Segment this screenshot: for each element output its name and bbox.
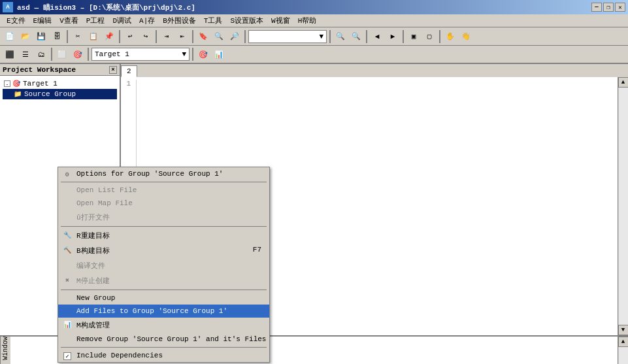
out-scroll-track[interactable] (619, 347, 628, 364)
copy-btn[interactable]: 📋 (86, 29, 101, 44)
ctx-options-group[interactable]: ⚙ Options for Group 'Source Group 1' (58, 167, 269, 180)
scroll-down-btn[interactable]: ▼ (618, 325, 629, 335)
outdent-btn[interactable]: ⇤ (175, 29, 190, 44)
context-menu: ⚙ Options for Group 'Source Group 1' Ope… (58, 167, 270, 363)
tree-target-label: Target 1 (23, 80, 58, 88)
view2-btn[interactable]: ▢ (422, 29, 437, 44)
ctx-rebuild-label: R重建目标 (76, 232, 110, 240)
ctx-build-shortcut: F7 (253, 246, 261, 254)
out-scroll-up[interactable]: ▲ (618, 337, 629, 347)
code-tab-2[interactable]: 2 (121, 65, 137, 77)
menu-window[interactable]: W视窗 (267, 14, 294, 27)
menu-help[interactable]: H帮助 (294, 14, 321, 27)
output-window-label: Output Window (0, 337, 10, 364)
ctx-stop-label: M停止创建 (76, 277, 110, 285)
sep7 (366, 30, 367, 43)
menu-edit[interactable]: E编辑 (29, 14, 56, 27)
ctx-open-map: Open Map File (58, 197, 269, 210)
cut-btn[interactable]: ✂ (71, 29, 85, 44)
target-manage-btn[interactable]: 📊 (212, 47, 226, 61)
save-all-btn[interactable]: 🗄 (50, 29, 64, 44)
menu-view[interactable]: V查看 (56, 14, 82, 27)
ctx-open-file-label: û打开文件 (76, 214, 110, 222)
ctx-config-mgr[interactable]: 📊 M构成管理 (58, 318, 269, 333)
menu-file[interactable]: E文件 (3, 14, 29, 27)
menu-save[interactable]: A|存 (135, 14, 159, 27)
ctx-open-file: û打开文件 (58, 210, 269, 225)
ctx-new-group[interactable]: New Group (58, 291, 269, 305)
tb2-btn3[interactable]: 🗂 (34, 47, 48, 61)
stop-icon: ✖ (62, 276, 73, 285)
menu-project[interactable]: P工程 (82, 14, 109, 27)
window-title: asd — 瞄ision3 – [D:\系统\桌面\prj\dpj\2.c] (17, 3, 195, 12)
find-btn[interactable]: 🔍 (333, 29, 348, 44)
sep2 (119, 30, 120, 43)
find-next-btn[interactable]: 🔍 (349, 29, 363, 44)
scrollbar-vertical[interactable]: ▲ ▼ (618, 77, 628, 335)
menu-settings[interactable]: S设置版本 (226, 14, 267, 27)
tb2-btn1[interactable]: ⬛ (3, 47, 17, 61)
scroll-up-btn[interactable]: ▲ (618, 77, 629, 88)
forward-btn[interactable]: ▶ (386, 29, 400, 44)
ctx-build-label: B构建目标 (76, 247, 110, 255)
ctx-compile: 编译文件 (58, 258, 269, 273)
save-btn[interactable]: 💾 (34, 29, 48, 44)
target-dropdown[interactable]: Target 1 ▼ (91, 48, 190, 61)
tb2-btn2[interactable]: ☰ (18, 47, 33, 61)
open-btn[interactable]: 📂 (18, 29, 33, 44)
rebuild-icon: 🔧 (62, 231, 73, 240)
ctx-include-label: Include Dependencies (76, 352, 163, 359)
back-btn[interactable]: ◀ (370, 29, 384, 44)
title-bar: A asd — 瞄ision3 – [D:\系统\桌面\prj\dpj\2.c]… (0, 0, 628, 14)
menu-tools[interactable]: T工具 (200, 14, 227, 27)
ctx-compile-label: 编译文件 (76, 262, 105, 270)
minimize-button[interactable]: — (591, 3, 602, 12)
sep10 (51, 48, 52, 61)
tree-item-target[interactable]: - 🎯 Target 1 (3, 78, 117, 89)
sep9 (439, 30, 440, 43)
ctx-open-map-label: Open Map File (76, 199, 133, 207)
close-button[interactable]: ✕ (615, 3, 625, 12)
ctx-include-dep[interactable]: ✓ Include Dependencies (58, 349, 269, 362)
menu-bar: E文件 E编辑 V查看 P工程 D调试 A|存 B外围设备 T工具 S设置版本 … (0, 14, 628, 27)
search-dropdown[interactable]: ▼ (248, 30, 327, 43)
tb2-btn5[interactable]: 🎯 (71, 47, 85, 61)
ctx-remove-group[interactable]: Remove Group 'Source Group 1' and it's F… (58, 333, 269, 346)
paste-btn[interactable]: 📌 (102, 29, 116, 44)
code-tab-label: 2 (127, 67, 131, 75)
ctx-build[interactable]: 🔨 B构建目标 F7 (58, 243, 269, 258)
ctx-rebuild[interactable]: 🔧 R重建目标 (58, 228, 269, 243)
ctx-add-files[interactable]: Add Files to Group 'Source Group 1' (58, 305, 269, 318)
new-file-btn[interactable]: 📄 (3, 29, 17, 44)
menu-peripherals[interactable]: B外围设备 (159, 14, 200, 27)
output-scrollbar-v[interactable]: ▲ ▼ (618, 337, 628, 364)
restore-button[interactable]: ❐ (603, 3, 614, 12)
hand2-btn[interactable]: 👋 (459, 29, 473, 44)
config-icon: 📊 (62, 320, 73, 329)
search-btn[interactable]: 🔍 (212, 29, 226, 44)
tb2-btn4[interactable]: ⬜ (55, 47, 69, 61)
undo-btn[interactable]: ↩ (123, 29, 137, 44)
hand1-btn[interactable]: ✋ (443, 29, 457, 44)
main-area: Project Workspace × - 🎯 Target 1 📁 Sourc… (0, 64, 628, 335)
dropdown-arrow-icon: ▼ (319, 33, 323, 41)
redo-btn[interactable]: ↪ (139, 29, 153, 44)
panel-close-button[interactable]: × (109, 66, 117, 74)
indent-btn[interactable]: ⇥ (159, 29, 174, 44)
tree-item-source-group[interactable]: 📁 Source Group (3, 89, 117, 99)
title-bar-buttons[interactable]: — ❐ ✕ (591, 3, 625, 12)
project-panel: Project Workspace × - 🎯 Target 1 📁 Sourc… (0, 64, 121, 335)
scroll-track[interactable] (619, 88, 628, 325)
sep11 (88, 48, 89, 61)
view1-btn[interactable]: ▣ (406, 29, 421, 44)
ctx-sep3 (61, 290, 267, 290)
tree-expand-icon[interactable]: - (4, 80, 10, 87)
replace-btn[interactable]: 🔎 (227, 29, 242, 44)
line-1: 1 (124, 80, 131, 88)
ctx-open-list: Open List File (58, 184, 269, 197)
bookmark-btn[interactable]: 🔖 (196, 29, 210, 44)
menu-debug[interactable]: D调试 (108, 14, 135, 27)
include-dep-checkbox[interactable]: ✓ (63, 352, 71, 360)
target-settings-btn[interactable]: 🎯 (196, 47, 210, 61)
title-bar-left: A asd — 瞄ision3 – [D:\系统\桌面\prj\dpj\2.c] (3, 2, 195, 12)
